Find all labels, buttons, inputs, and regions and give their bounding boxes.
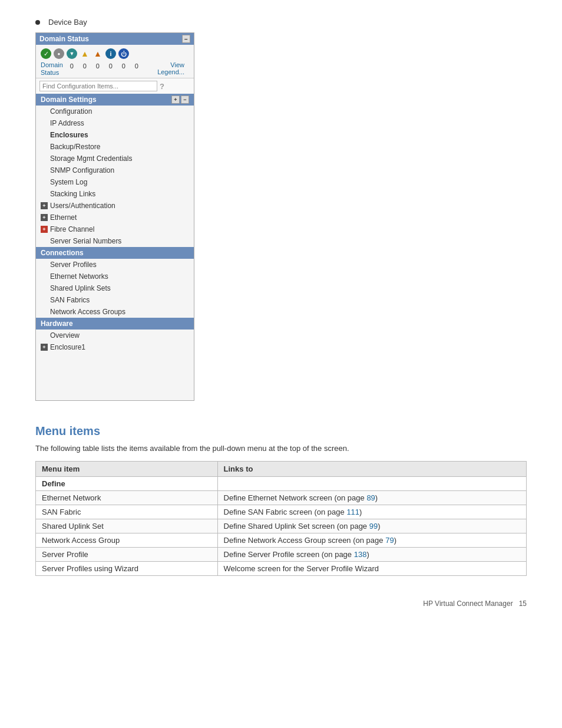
menu-item-server-serial[interactable]: Server Serial Numbers [36,235,194,247]
menu-items-section: Menu items The following table lists the… [35,424,527,576]
bullet-item: Device Bay [35,18,527,27]
menu-item-enclosure1[interactable]: + Enclosure1 [36,341,194,353]
table-row: Server Profiles using Wizard Welcome scr… [36,562,527,576]
ethernet-label: Ethernet [50,213,77,222]
find-config-input[interactable] [39,81,157,91]
domain-panel-header: Domain Status − [36,33,194,45]
domain-label: DomainStatus [41,61,63,77]
links-to-cell-shared-uplink: Define Shared Uplink Set screen (on page… [217,519,526,533]
domain-settings-title: Domain Settings [41,95,97,104]
table-header-menu-item: Menu item [36,462,218,477]
page-link-111[interactable]: 111 [346,508,359,516]
hardware-title: Hardware [41,319,73,328]
count-0: 0 [67,62,77,70]
menu-item-ethernet[interactable]: + Ethernet [36,212,194,223]
domain-panel-title: Domain Status [39,35,89,43]
find-config-bar: ? [36,78,194,94]
bullet-dot [35,20,40,25]
footer-text: HP Virtual Connect Manager [423,599,513,608]
domain-settings-expand-btn[interactable]: + [171,95,180,104]
table-row: Server Profile Define Server Profile scr… [36,548,527,562]
domain-status-icons: ✓ ● ▼ ▲ ▲ i ⏻ [36,45,194,61]
bullet-label: Device Bay [48,18,87,27]
menu-item-users-auth[interactable]: + Users/Authentication [36,200,194,212]
hardware-header: Hardware [36,318,194,330]
page-link-89[interactable]: 89 [366,493,375,502]
links-to-cell-ethernet-network: Define Ethernet Network screen (on page … [217,491,526,505]
status-icon-gray: ● [54,48,64,59]
table-row: Ethernet Network Define Ethernet Network… [36,491,527,505]
menu-items-title: Menu items [35,424,527,438]
users-auth-label: Users/Authentication [50,202,115,210]
menu-item-cell-shared-uplink: Shared Uplink Set [36,519,218,533]
table-row: SAN Fabric Define SAN Fabric screen (on … [36,505,527,519]
domain-panel-minimize-btn[interactable]: − [182,35,190,43]
table-row: Shared Uplink Set Define Shared Uplink S… [36,519,527,533]
expand-icon-users: + [41,202,48,209]
links-to-cell-network-access: Define Network Access Group screen (on p… [217,533,526,548]
menu-item-cell-network-access: Network Access Group [36,533,218,548]
menu-item-configuration[interactable]: Configuration [36,106,194,117]
expand-icon-enclosure1: + [41,344,48,351]
menu-item-system-log[interactable]: System Log [36,176,194,188]
status-icon-orange-triangle: ▲ [92,48,103,59]
status-icon-green: ✓ [41,48,51,59]
menu-item-cell-wizard: Server Profiles using Wizard [36,562,218,576]
menu-item-storage-mgmt[interactable]: Storage Mgmt Credentials [36,153,194,164]
menu-items-desc: The following table lists the items avai… [35,444,527,453]
page-link-99[interactable]: 99 [369,522,378,531]
links-to-cell-san-fabric: Define SAN Fabric screen (on page 111) [217,505,526,519]
status-icon-yellow-triangle: ▲ [80,48,90,59]
menu-item-cell-san-fabric: SAN Fabric [36,505,218,519]
domain-settings-collapse-btn[interactable]: − [181,95,189,104]
connections-header: Connections [36,247,194,259]
links-to-cell-wizard: Welcome screen for the Server Profile Wi… [217,562,526,576]
expand-icon-fibre: + [41,226,48,233]
menu-item-cell-server-profile: Server Profile [36,548,218,562]
table-header-links-to: Links to [217,462,526,477]
count-3: 0 [105,62,116,70]
group-define-label: Define [36,477,218,491]
page-link-138[interactable]: 138 [354,550,367,559]
links-to-cell-server-profile: Define Server Profile screen (on page 13… [217,548,526,562]
status-icon-blue-power: ⏻ [118,48,129,59]
domain-settings-header: Domain Settings + − [36,94,194,106]
domain-panel: Domain Status − ✓ ● ▼ ▲ ▲ i ⏻ DomainStat… [35,32,194,401]
enclosure1-label: Enclosure1 [50,343,85,351]
menu-item-snmp[interactable]: SNMP Configuration [36,164,194,176]
menu-item-backup-restore[interactable]: Backup/Restore [36,141,194,153]
count-5: 0 [131,62,142,70]
menu-item-enclosures[interactable]: Enclosures [36,129,194,141]
help-icon[interactable]: ? [160,82,164,91]
status-icon-blue-info: i [105,48,116,59]
domain-settings-btns: + − [171,95,189,104]
page-footer: HP Virtual Connect Manager 15 [35,599,527,608]
menu-item-network-access-groups[interactable]: Network Access Groups [36,306,194,318]
menu-item-ip-address[interactable]: IP Address [36,117,194,129]
count-1: 0 [80,62,90,70]
group-define-links [217,477,526,491]
menu-item-fibre-channel[interactable]: + Fibre Channel [36,223,194,235]
page-link-79[interactable]: 79 [385,536,394,545]
panel-bottom-space [36,353,194,400]
table-group-define: Define [36,477,527,491]
menu-item-stacking-links[interactable]: Stacking Links [36,188,194,200]
status-icon-teal: ▼ [67,48,77,59]
menu-item-shared-uplink-sets[interactable]: Shared Uplink Sets [36,282,194,294]
menu-item-server-profiles[interactable]: Server Profiles [36,259,194,271]
footer-page: 15 [519,599,527,608]
fibre-channel-label: Fibre Channel [50,225,94,233]
menu-item-san-fabrics[interactable]: SAN Fabrics [36,294,194,306]
menu-item-ethernet-networks[interactable]: Ethernet Networks [36,271,194,282]
view-legend-link[interactable]: View Legend... [142,61,189,77]
menu-item-cell-ethernet-network: Ethernet Network [36,491,218,505]
table-row: Network Access Group Define Network Acce… [36,533,527,548]
count-2: 0 [92,62,103,70]
count-4: 0 [118,62,129,70]
menu-items-table: Menu item Links to Define Ethernet Netwo… [35,461,527,576]
connections-title: Connections [41,249,84,257]
menu-item-overview[interactable]: Overview [36,330,194,341]
expand-icon-ethernet: + [41,214,48,221]
